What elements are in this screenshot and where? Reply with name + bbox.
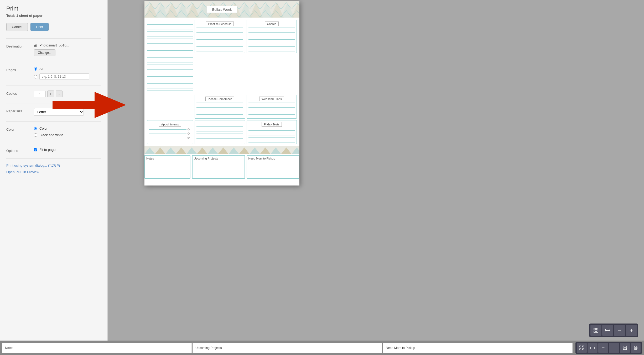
bottom-fit-button[interactable]: [577, 343, 587, 353]
bottom-fitwidth-icon: [590, 346, 595, 350]
practice-schedule-title-container: Practice Schedule: [196, 21, 243, 26]
practice-lines: [196, 28, 243, 51]
svg-rect-55: [623, 348, 626, 349]
fit-to-page-checkbox[interactable]: [34, 148, 37, 151]
bottom-boxes: Notes Upcoming Projects Need Mom to Pick…: [144, 154, 299, 186]
bw-radio[interactable]: [34, 133, 37, 137]
svg-rect-53: [623, 346, 627, 350]
day-line: [147, 72, 193, 72]
cline: [248, 42, 295, 42]
mline: [196, 136, 243, 136]
all-pages-option[interactable]: All: [34, 67, 101, 71]
color-option[interactable]: Color: [34, 126, 101, 130]
pline: [196, 49, 243, 49]
cancel-button[interactable]: Cancel: [6, 23, 28, 31]
svg-rect-39: [594, 331, 595, 332]
day-line: [147, 88, 193, 88]
planner-document: Bella's Week: [144, 1, 299, 186]
svg-rect-47: [583, 346, 584, 347]
bottom-pickup-label: Need Mom to Pickup: [383, 343, 573, 353]
day-line: [147, 34, 193, 34]
mline: [196, 129, 243, 129]
pline: [196, 42, 243, 42]
day-line: [147, 55, 193, 55]
color-radio[interactable]: [34, 127, 37, 130]
fline: [248, 140, 295, 140]
zoom-out-button[interactable]: −: [614, 325, 625, 336]
bottom-zoomout-button[interactable]: −: [598, 343, 608, 353]
copies-input[interactable]: [34, 91, 46, 97]
cline: [248, 28, 295, 28]
options-content: Fit to page: [34, 148, 101, 152]
color-label: Color: [6, 126, 34, 131]
print-button[interactable]: Print: [30, 23, 49, 31]
save-icon: [622, 346, 627, 350]
wline: [248, 117, 295, 117]
bottom-zoomin-icon: +: [613, 346, 615, 350]
bottom-area: Notes Upcoming Projects Need Mom to Pick…: [144, 146, 299, 186]
mline: [196, 134, 243, 134]
day-line: [147, 20, 193, 20]
svg-rect-38: [596, 328, 598, 330]
open-pdf-link[interactable]: Open PDF in Preview: [6, 170, 101, 174]
destination-field: Destination 🖨 Photosmart_5510... Change.…: [6, 43, 101, 56]
print-dialog: Print Total: 1 sheet of paper Cancel Pri…: [0, 0, 108, 355]
preview-area: Bella's Week: [108, 0, 644, 355]
appt-line: [149, 134, 186, 134]
cline: [248, 51, 295, 51]
zoom-in-button[interactable]: +: [626, 325, 637, 336]
rline: [196, 103, 243, 103]
divider3: [6, 86, 101, 86]
practice-schedule-section: Practice Schedule: [195, 20, 245, 53]
friday-tests-title-container: Friday Tests: [248, 122, 295, 126]
appt-row-3: @ :: [149, 136, 191, 139]
fit-page-button[interactable]: [590, 325, 601, 336]
range-pages-radio[interactable]: [34, 75, 37, 78]
day-line: [147, 76, 193, 77]
fit-to-page-option[interactable]: Fit to page: [34, 148, 101, 152]
appointments-title: Appointments: [159, 122, 181, 127]
day-line: [147, 53, 193, 53]
rline: [196, 112, 243, 112]
change-button[interactable]: Change...: [34, 49, 55, 56]
bw-option[interactable]: Black and white: [34, 133, 101, 137]
system-dialog-link[interactable]: Print using system dialog... (⌥⌘P): [6, 163, 101, 167]
wline: [248, 107, 295, 108]
chores-title: Chores: [265, 22, 279, 26]
notes-box: Notes: [144, 155, 190, 179]
please-remember-section: Please Remember: [195, 95, 245, 119]
bottom-print-button[interactable]: [631, 343, 641, 353]
color-radio-group: Color Black and white: [34, 126, 101, 137]
svg-rect-37: [594, 328, 595, 330]
options-label: Options: [6, 148, 34, 153]
middle-row: Please Remember Weekend P: [147, 95, 297, 119]
bottom-zoomin-button[interactable]: +: [609, 343, 619, 353]
week-title: Bella's Week: [212, 8, 232, 12]
bottom-bar: Notes Upcoming Projects Need Mom to Pick…: [0, 341, 644, 355]
pline: [196, 51, 243, 51]
cline: [248, 30, 295, 30]
divider2: [6, 62, 101, 62]
weekend-lines: [248, 103, 295, 117]
friday-lines: [248, 128, 295, 142]
range-pages-option[interactable]: [34, 73, 101, 80]
svg-rect-58: [635, 348, 637, 349]
all-pages-radio[interactable]: [34, 67, 37, 71]
bottom-fitwidth-button[interactable]: [588, 343, 598, 353]
page-range-input[interactable]: [39, 73, 89, 80]
day-line: [147, 93, 193, 93]
pages-field: Pages All: [6, 67, 101, 80]
fit-width-button[interactable]: [602, 325, 613, 336]
appointments-section: Appointments @ : @ :: [147, 120, 193, 144]
middle-left-spacer: [147, 95, 193, 119]
destination-content: 🖨 Photosmart_5510... Change...: [34, 43, 101, 56]
fit-width-icon: [605, 328, 610, 333]
rline: [196, 105, 243, 105]
bottom-save-button[interactable]: [620, 343, 630, 353]
copies-label: Copies: [6, 91, 34, 96]
weekend-plans-section: Weekend Plans: [247, 95, 297, 119]
rline: [196, 114, 243, 115]
chores-title-container: Chores: [248, 21, 295, 26]
colon-1: :: [190, 128, 191, 131]
rline: [196, 107, 243, 108]
